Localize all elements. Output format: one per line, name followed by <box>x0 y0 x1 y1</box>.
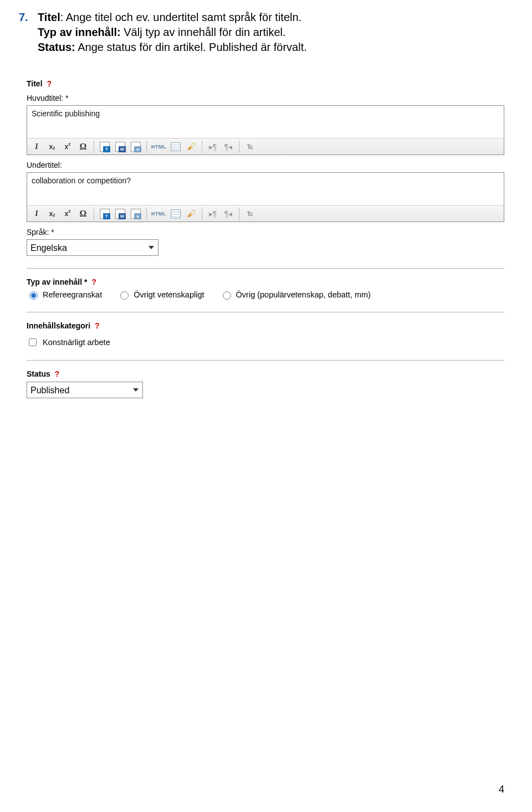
help-icon[interactable]: ? <box>47 79 52 88</box>
heading-text: Innehållskategori <box>27 321 90 330</box>
radio-label: Övrigt vetenskapligt <box>134 290 204 299</box>
help-icon[interactable]: ? <box>95 321 100 330</box>
sprak-select-wrap: Engelska <box>27 239 158 256</box>
doc-a-icon: a <box>131 142 141 152</box>
tc-button[interactable]: Tc <box>239 208 256 220</box>
help-icon[interactable]: ? <box>55 369 60 378</box>
help-icon[interactable]: ? <box>91 277 96 286</box>
para-ltr-button[interactable]: ▸¶ <box>202 141 219 153</box>
section-heading-titel: Titel ? <box>27 79 510 88</box>
checkbox-input-konst[interactable] <box>29 338 37 346</box>
form-panel: Titel ? Huvudtitel: * Scientific publish… <box>27 79 510 398</box>
cleanup-button[interactable]: 🖌 <box>185 208 197 220</box>
section-heading-kategori: Innehållskategori ? <box>27 321 510 330</box>
cleanup-button[interactable]: 🖌 <box>185 141 197 153</box>
para-rtl-button[interactable]: ¶◂ <box>222 208 234 220</box>
divider <box>27 312 504 312</box>
lines-button[interactable] <box>170 208 182 220</box>
superscript-button[interactable]: x2 <box>62 208 74 220</box>
subscript-button[interactable]: x2 <box>46 208 58 220</box>
italic-button[interactable]: I <box>30 141 43 153</box>
radio-input-ovrigt-vet[interactable] <box>120 291 129 300</box>
divider <box>27 268 504 269</box>
rte-toolbar: I x2 x2 Ω T W a HTML 🖌 ▸¶ ¶◂ Tc <box>27 138 504 155</box>
doc-w-icon: W <box>115 209 125 219</box>
para-rtl-button[interactable]: ¶◂ <box>222 141 234 153</box>
heading-text: Status <box>27 369 50 378</box>
status-select-wrap: Published <box>27 382 143 398</box>
superscript-button[interactable]: x2 <box>62 141 74 153</box>
radio-label: Refereegranskat <box>43 290 102 299</box>
heading-text: Typ av innehåll * <box>27 277 87 286</box>
undertitel-input[interactable]: collaboration or competition? <box>27 173 504 205</box>
radio-ovrig-popular[interactable]: Övrig (populärvetenskap, debatt, mm) <box>220 290 371 300</box>
paste-text-button[interactable]: T <box>94 208 111 220</box>
subscript-button[interactable]: x2 <box>46 141 58 153</box>
huvudtitel-input[interactable]: Scientific publishing <box>27 106 504 138</box>
symbol-button[interactable]: Ω <box>77 208 89 220</box>
radio-label: Övrig (populärvetenskap, debatt, mm) <box>236 290 371 299</box>
checkbox-label: Konstnärligt arbete <box>43 338 110 347</box>
instr-text-2: Välj typ av innehåll för din artikel. <box>121 26 286 38</box>
instr-text-3: Ange status för din artikel. Published ä… <box>75 41 307 53</box>
field-label-sprak: Språk: * <box>27 228 510 237</box>
lines-icon <box>171 209 181 218</box>
checkbox-konstnarligt[interactable]: Konstnärligt arbete <box>27 337 510 348</box>
symbol-button[interactable]: Ω <box>77 141 89 153</box>
section-heading-typ: Typ av innehåll * ? <box>27 277 510 286</box>
undertitel-editor: collaboration or competition? I x2 x2 Ω … <box>27 172 504 222</box>
html-button[interactable]: HTML <box>146 208 166 220</box>
section-heading-status: Status ? <box>27 369 510 378</box>
radio-refereegranskat[interactable]: Refereegranskat <box>27 290 102 300</box>
paste-a-button[interactable]: a <box>130 141 142 153</box>
field-label-huvudtitel: Huvudtitel: * <box>27 94 510 102</box>
instruction-number: 7. <box>19 10 38 55</box>
radio-ovrigt-vetenskapligt[interactable]: Övrigt vetenskapligt <box>117 290 204 300</box>
instruction-body: Titel: Ange titel och ev. undertitel sam… <box>38 10 510 55</box>
page-number: 4 <box>499 784 504 795</box>
instr-label-typ: Typ av innehåll: <box>38 26 121 38</box>
instr-label-titel: Titel <box>38 11 60 23</box>
divider <box>27 360 504 361</box>
lines-button[interactable] <box>170 141 182 153</box>
doc-t-icon: T <box>100 142 110 152</box>
doc-w-icon: W <box>115 142 125 152</box>
instruction-item: 7. Titel: Ange titel och ev. undertitel … <box>19 10 510 55</box>
tc-button[interactable]: Tc <box>239 141 256 153</box>
field-label-undertitel: Undertitel: <box>27 161 510 169</box>
status-select[interactable]: Published <box>27 382 143 398</box>
doc-a-icon: a <box>131 209 141 219</box>
paste-text-button[interactable]: T <box>94 141 111 153</box>
huvudtitel-editor: Scientific publishing I x2 x2 Ω T W a HT… <box>27 105 504 155</box>
heading-text: Titel <box>27 79 43 88</box>
paste-word-button[interactable]: W <box>114 141 126 153</box>
lines-icon <box>171 142 181 151</box>
doc-t-icon: T <box>100 209 110 219</box>
radio-input-ovrig[interactable] <box>223 291 231 300</box>
instr-text-1: : Ange titel och ev. undertitel samt spr… <box>60 11 301 23</box>
kategori-check-group: Konstnärligt arbete <box>27 337 510 348</box>
para-ltr-button[interactable]: ▸¶ <box>202 208 219 220</box>
radio-input-referee[interactable] <box>29 291 38 300</box>
paste-word-button[interactable]: W <box>114 208 126 220</box>
typ-radio-group: Refereegranskat Övrigt vetenskapligt Övr… <box>27 290 510 300</box>
sprak-select[interactable]: Engelska <box>27 239 158 256</box>
italic-button[interactable]: I <box>30 208 43 220</box>
html-button[interactable]: HTML <box>146 141 166 153</box>
paste-a-button[interactable]: a <box>130 208 142 220</box>
instr-label-status: Status: <box>38 41 75 53</box>
rte-toolbar-2: I x2 x2 Ω T W a HTML 🖌 ▸¶ ¶◂ Tc <box>27 205 504 222</box>
